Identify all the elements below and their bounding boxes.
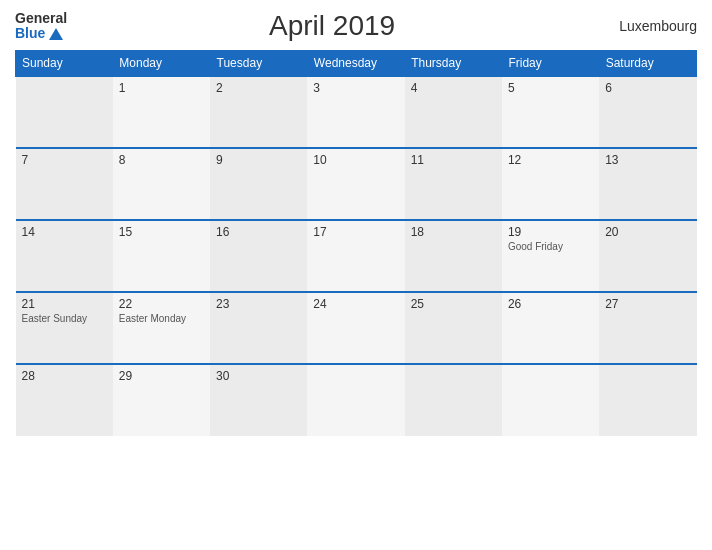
calendar-cell bbox=[16, 76, 113, 148]
calendar-cell: 25 bbox=[405, 292, 502, 364]
calendar-cell bbox=[405, 364, 502, 436]
calendar-cell: 24 bbox=[307, 292, 404, 364]
country-label: Luxembourg bbox=[597, 18, 697, 34]
day-number: 5 bbox=[508, 81, 593, 95]
calendar-cell: 12 bbox=[502, 148, 599, 220]
header-thursday: Thursday bbox=[405, 51, 502, 77]
day-number: 9 bbox=[216, 153, 301, 167]
calendar-cell: 17 bbox=[307, 220, 404, 292]
day-number: 17 bbox=[313, 225, 398, 239]
weekday-header-row: Sunday Monday Tuesday Wednesday Thursday… bbox=[16, 51, 697, 77]
calendar-cell bbox=[307, 364, 404, 436]
day-number: 22 bbox=[119, 297, 204, 311]
day-number: 13 bbox=[605, 153, 690, 167]
day-number: 7 bbox=[22, 153, 107, 167]
calendar-cell: 6 bbox=[599, 76, 696, 148]
day-number: 23 bbox=[216, 297, 301, 311]
day-event: Good Friday bbox=[508, 241, 593, 252]
day-number: 6 bbox=[605, 81, 690, 95]
logo-general-text: General bbox=[15, 11, 67, 26]
header-sunday: Sunday bbox=[16, 51, 113, 77]
calendar-week-row: 78910111213 bbox=[16, 148, 697, 220]
day-number: 4 bbox=[411, 81, 496, 95]
calendar-page: General Blue April 2019 Luxembourg Sunda… bbox=[0, 0, 712, 550]
logo: General Blue bbox=[15, 11, 67, 42]
header-wednesday: Wednesday bbox=[307, 51, 404, 77]
calendar-cell bbox=[502, 364, 599, 436]
day-number: 8 bbox=[119, 153, 204, 167]
header-monday: Monday bbox=[113, 51, 210, 77]
day-number: 16 bbox=[216, 225, 301, 239]
day-event: Easter Sunday bbox=[22, 313, 107, 324]
calendar-cell: 10 bbox=[307, 148, 404, 220]
day-number: 15 bbox=[119, 225, 204, 239]
calendar-cell: 23 bbox=[210, 292, 307, 364]
calendar-cell: 19Good Friday bbox=[502, 220, 599, 292]
day-event: Easter Monday bbox=[119, 313, 204, 324]
calendar-cell: 9 bbox=[210, 148, 307, 220]
header-tuesday: Tuesday bbox=[210, 51, 307, 77]
calendar-cell: 22Easter Monday bbox=[113, 292, 210, 364]
calendar-cell: 21Easter Sunday bbox=[16, 292, 113, 364]
calendar-cell: 2 bbox=[210, 76, 307, 148]
calendar-cell: 3 bbox=[307, 76, 404, 148]
calendar-cell: 11 bbox=[405, 148, 502, 220]
calendar-cell: 8 bbox=[113, 148, 210, 220]
calendar-cell: 5 bbox=[502, 76, 599, 148]
calendar-cell: 15 bbox=[113, 220, 210, 292]
header-saturday: Saturday bbox=[599, 51, 696, 77]
day-number: 27 bbox=[605, 297, 690, 311]
calendar-cell: 20 bbox=[599, 220, 696, 292]
calendar-week-row: 21Easter Sunday22Easter Monday2324252627 bbox=[16, 292, 697, 364]
day-number: 24 bbox=[313, 297, 398, 311]
day-number: 26 bbox=[508, 297, 593, 311]
calendar-cell: 13 bbox=[599, 148, 696, 220]
calendar-title: April 2019 bbox=[67, 10, 597, 42]
calendar-cell: 29 bbox=[113, 364, 210, 436]
calendar-cell: 28 bbox=[16, 364, 113, 436]
calendar-week-row: 141516171819Good Friday20 bbox=[16, 220, 697, 292]
calendar-cell: 14 bbox=[16, 220, 113, 292]
day-number: 18 bbox=[411, 225, 496, 239]
day-number: 10 bbox=[313, 153, 398, 167]
day-number: 3 bbox=[313, 81, 398, 95]
calendar-week-row: 282930 bbox=[16, 364, 697, 436]
calendar-cell: 18 bbox=[405, 220, 502, 292]
day-number: 2 bbox=[216, 81, 301, 95]
day-number: 30 bbox=[216, 369, 301, 383]
day-number: 21 bbox=[22, 297, 107, 311]
day-number: 12 bbox=[508, 153, 593, 167]
day-number: 1 bbox=[119, 81, 204, 95]
calendar-cell: 27 bbox=[599, 292, 696, 364]
calendar-cell bbox=[599, 364, 696, 436]
calendar-cell: 4 bbox=[405, 76, 502, 148]
day-number: 20 bbox=[605, 225, 690, 239]
day-number: 28 bbox=[22, 369, 107, 383]
calendar-cell: 30 bbox=[210, 364, 307, 436]
day-number: 29 bbox=[119, 369, 204, 383]
day-number: 25 bbox=[411, 297, 496, 311]
header: General Blue April 2019 Luxembourg bbox=[15, 10, 697, 42]
day-number: 14 bbox=[22, 225, 107, 239]
header-friday: Friday bbox=[502, 51, 599, 77]
calendar-cell: 1 bbox=[113, 76, 210, 148]
logo-triangle-icon bbox=[49, 28, 63, 40]
calendar-cell: 7 bbox=[16, 148, 113, 220]
logo-blue-text: Blue bbox=[15, 26, 67, 41]
day-number: 19 bbox=[508, 225, 593, 239]
calendar-week-row: 123456 bbox=[16, 76, 697, 148]
calendar-cell: 16 bbox=[210, 220, 307, 292]
day-number: 11 bbox=[411, 153, 496, 167]
calendar-cell: 26 bbox=[502, 292, 599, 364]
calendar-table: Sunday Monday Tuesday Wednesday Thursday… bbox=[15, 50, 697, 436]
